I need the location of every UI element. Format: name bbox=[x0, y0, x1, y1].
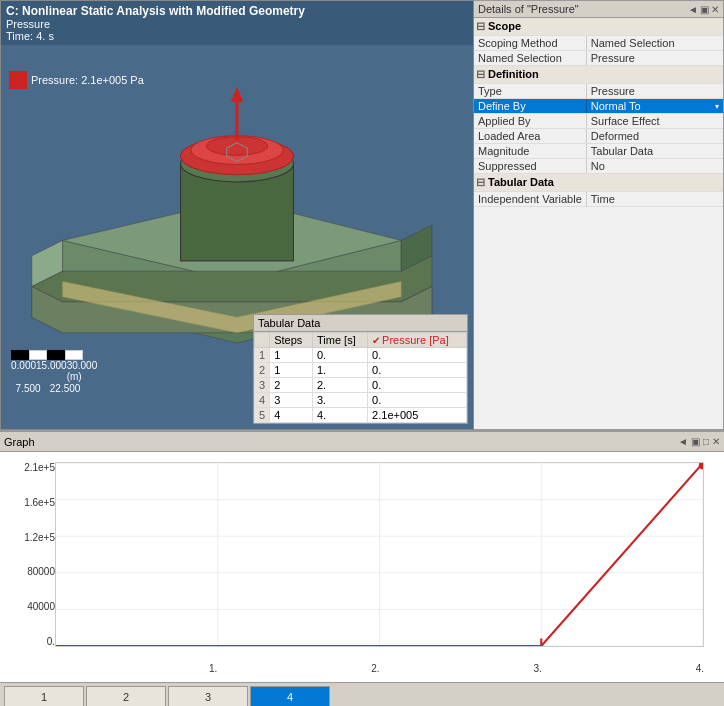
detail-value: Tabular Data bbox=[586, 144, 723, 159]
graph-plot-area bbox=[55, 462, 704, 647]
detail-row: Independent VariableTime bbox=[474, 192, 723, 207]
table-cell-pressure: 0. bbox=[368, 348, 467, 363]
col-time: Time [s] bbox=[313, 333, 368, 348]
table-cell-steps: 1 bbox=[270, 363, 313, 378]
x-label-4: 4. bbox=[696, 663, 704, 674]
detail-value[interactable]: Normal To▾ bbox=[586, 99, 723, 114]
detail-label: Magnitude bbox=[474, 144, 586, 159]
tabular-title: Tabular Data bbox=[258, 317, 320, 329]
tab-4[interactable]: 4 bbox=[250, 686, 330, 706]
detail-value: Pressure bbox=[586, 51, 723, 66]
tabular-table: Steps Time [s] ✔ Pressure [Pa] 110.0.211… bbox=[254, 332, 467, 423]
details-header: Details of "Pressure" ◄ ▣ ✕ bbox=[474, 1, 723, 18]
viewport-3d: C: Nonlinear Static Analysis with Modifi… bbox=[0, 0, 474, 430]
y-label-5: 1.6e+5 bbox=[24, 497, 55, 508]
detail-label: Independent Variable bbox=[474, 192, 586, 207]
detail-value: Surface Effect bbox=[586, 114, 723, 129]
table-cell-pressure: 0. bbox=[368, 393, 467, 408]
details-table: ⊟ScopeScoping MethodNamed SelectionNamed… bbox=[474, 18, 723, 207]
graph-section: Graph ◄ ▣ □ ✕ 2.1e+5 1.6e+5 1.2e+5 80000… bbox=[0, 430, 724, 706]
y-label-6: 2.1e+5 bbox=[24, 462, 55, 473]
table-cell-pressure: 2.1e+005 bbox=[368, 408, 467, 423]
y-label-2: 40000 bbox=[27, 601, 55, 612]
table-cell-num: 1 bbox=[255, 348, 270, 363]
scale-15: 15.000 bbox=[36, 360, 67, 382]
col-num bbox=[255, 333, 270, 348]
graph-header-icons: ◄ ▣ □ ✕ bbox=[678, 436, 720, 447]
tab-bar: 1 2 3 4 bbox=[0, 682, 724, 706]
top-section: C: Nonlinear Static Analysis with Modifi… bbox=[0, 0, 724, 430]
scale-0: 0.000 bbox=[11, 360, 36, 382]
detail-label: Define By bbox=[474, 99, 586, 114]
viewport-subtitle: Pressure bbox=[6, 18, 468, 30]
main-container: C: Nonlinear Static Analysis with Modifi… bbox=[0, 0, 724, 706]
col-steps: Steps bbox=[270, 333, 313, 348]
table-cell-time: 2. bbox=[313, 378, 368, 393]
scale-30: 30.000 (m) bbox=[67, 360, 98, 382]
tab-2[interactable]: 2 bbox=[86, 686, 166, 706]
y-label-4: 1.2e+5 bbox=[24, 532, 55, 543]
pin-icon[interactable]: ◄ bbox=[688, 4, 698, 15]
detail-row[interactable]: Define ByNormal To▾ bbox=[474, 99, 723, 114]
detail-label: Suppressed bbox=[474, 159, 586, 174]
y-axis: 2.1e+5 1.6e+5 1.2e+5 80000 40000 0. bbox=[5, 462, 55, 647]
table-cell-time: 4. bbox=[313, 408, 368, 423]
graph-svg bbox=[56, 463, 703, 646]
table-cell-time: 0. bbox=[313, 348, 368, 363]
tab-1[interactable]: 1 bbox=[4, 686, 84, 706]
y-label-1: 0. bbox=[47, 636, 55, 647]
tabular-data-panel: Tabular Data Steps Time [s] ✔ Pressure [… bbox=[253, 314, 468, 424]
graph-dock-icon[interactable]: ▣ bbox=[691, 436, 700, 447]
dock-icon[interactable]: ▣ bbox=[700, 4, 709, 15]
detail-value: Named Selection bbox=[586, 36, 723, 51]
scale-bar: 0.000 15.000 30.000 (m) 7.500 22.500 bbox=[11, 350, 85, 394]
detail-row: Applied BySurface Effect bbox=[474, 114, 723, 129]
detail-label: Applied By bbox=[474, 114, 586, 129]
x-axis: 1. 2. 3. 4. bbox=[55, 663, 704, 674]
detail-value: Deformed bbox=[586, 129, 723, 144]
tabular-panel-header: Tabular Data bbox=[254, 315, 467, 332]
detail-row: Scoping MethodNamed Selection bbox=[474, 36, 723, 51]
table-row: 211.0. bbox=[255, 363, 467, 378]
table-cell-pressure: 0. bbox=[368, 363, 467, 378]
table-cell-num: 4 bbox=[255, 393, 270, 408]
close-icon[interactable]: ✕ bbox=[711, 4, 719, 15]
x-label-1: 1. bbox=[209, 663, 217, 674]
table-cell-num: 3 bbox=[255, 378, 270, 393]
detail-label: Named Selection bbox=[474, 51, 586, 66]
details-panel: Details of "Pressure" ◄ ▣ ✕ ⊟ScopeScopin… bbox=[474, 0, 724, 430]
detail-row: TypePressure bbox=[474, 84, 723, 99]
detail-label: Scoping Method bbox=[474, 36, 586, 51]
table-row: 110.0. bbox=[255, 348, 467, 363]
detail-row: Loaded AreaDeformed bbox=[474, 129, 723, 144]
table-cell-num: 2 bbox=[255, 363, 270, 378]
section-header-definition: ⊟Definition bbox=[474, 66, 723, 84]
viewport-title: C: Nonlinear Static Analysis with Modifi… bbox=[6, 4, 468, 18]
section-header-scope: ⊟Scope bbox=[474, 18, 723, 36]
y-label-3: 80000 bbox=[27, 566, 55, 577]
table-cell-pressure: 0. bbox=[368, 378, 467, 393]
x-label-3: 3. bbox=[533, 663, 541, 674]
table-cell-num: 5 bbox=[255, 408, 270, 423]
col-pressure: ✔ Pressure [Pa] bbox=[368, 333, 467, 348]
detail-value: Pressure bbox=[586, 84, 723, 99]
viewport-time: Time: 4. s bbox=[6, 30, 468, 42]
detail-value: No bbox=[586, 159, 723, 174]
details-header-icons: ◄ ▣ ✕ bbox=[688, 4, 719, 15]
tab-3[interactable]: 3 bbox=[168, 686, 248, 706]
graph-pin-icon[interactable]: ◄ bbox=[678, 436, 688, 447]
graph-restore-icon[interactable]: □ bbox=[703, 436, 709, 447]
x-label-2: 2. bbox=[371, 663, 379, 674]
svg-marker-16 bbox=[231, 86, 243, 101]
details-title: Details of "Pressure" bbox=[478, 3, 579, 15]
graph-close-icon[interactable]: ✕ bbox=[712, 436, 720, 447]
detail-value: Time bbox=[586, 192, 723, 207]
detail-row: MagnitudeTabular Data bbox=[474, 144, 723, 159]
check-icon: ✔ bbox=[372, 335, 380, 346]
scale-22: 22.500 bbox=[50, 383, 81, 394]
table-row: 544.2.1e+005 bbox=[255, 408, 467, 423]
graph-header: Graph ◄ ▣ □ ✕ bbox=[0, 432, 724, 452]
detail-label: Loaded Area bbox=[474, 129, 586, 144]
detail-row: SuppressedNo bbox=[474, 159, 723, 174]
graph-content: 2.1e+5 1.6e+5 1.2e+5 80000 40000 0. bbox=[0, 452, 724, 682]
